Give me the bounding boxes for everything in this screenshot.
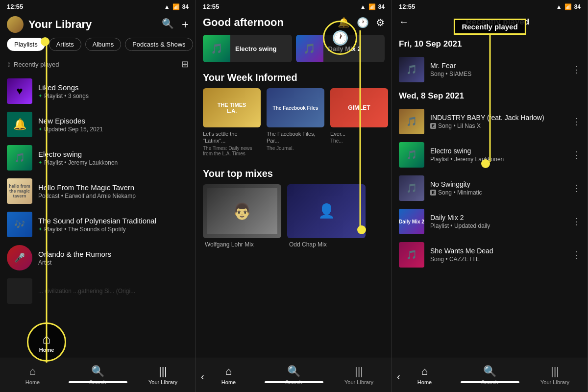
- nav-home-3[interactable]: ⌂ Home: [392, 361, 457, 389]
- date-header: Fri, 10 Sep 2021: [399, 34, 581, 53]
- list-item[interactable]: 🎶 The Sound of Polynesian Traditional ✦ …: [0, 208, 196, 241]
- quick-grid: 🎵 Electro swing 🎵 Daily Mix 2: [196, 35, 392, 67]
- list-item[interactable]: hello from the magic tavern Hello From T…: [0, 174, 196, 208]
- podcast-card[interactable]: THE TIMESL.A. Let's settle the "Latinx".…: [203, 88, 261, 156]
- mix-thumb-wolfgang: 👨: [203, 184, 281, 238]
- search-nav-icon-3: 🔍: [483, 365, 496, 378]
- spotify-dot: ✦: [38, 93, 42, 98]
- rp-item[interactable]: 🎵 INDUSTRY BABY (feat. Jack Harlow) E So…: [399, 105, 581, 138]
- nav-library-label-2: Your Library: [344, 379, 373, 385]
- item-name: Electro swing: [38, 150, 189, 158]
- filter-playlists[interactable]: Playlists: [7, 38, 45, 51]
- sort-row: ↕ Recently played ⊞: [0, 57, 196, 74]
- rp-item-sub: E Song • Minimatic: [430, 189, 566, 196]
- mix-card-wolfgang[interactable]: 👨 Wolfgang Lohr Mix: [203, 184, 281, 248]
- user-avatar[interactable]: [7, 16, 24, 33]
- list-item[interactable]: 🎵 Electro swing ✦ Playlist • Jeremy Lauk…: [0, 141, 196, 174]
- more-button[interactable]: ⋮: [572, 116, 581, 127]
- grid-icon[interactable]: ⊞: [181, 59, 189, 70]
- item-name: ... civilization ...gathering Si... (Ori…: [38, 288, 189, 294]
- status-bar-1: 12:55 ▲ 📶 84: [0, 0, 196, 12]
- item-name: Hello From The Magic Tavern: [38, 183, 189, 192]
- clock-annotation: 🕐: [323, 21, 357, 55]
- item-thumbnail: [7, 278, 32, 304]
- podcast-scroll: THE TIMESL.A. Let's settle the "Latinx".…: [196, 88, 392, 163]
- search-nav-icon-2: 🔍: [287, 365, 300, 378]
- nav-home-label-1: Home: [25, 379, 40, 385]
- settings-icon[interactable]: ⚙: [376, 17, 385, 28]
- nav-library-label-1: Your Library: [148, 379, 177, 385]
- section-mixes-title: Your top mixes: [196, 163, 392, 184]
- filter-albums[interactable]: Albums: [85, 38, 121, 51]
- rp-item[interactable]: 🎵 She Wants Me Dead Song • CAZZETTE ⋮: [399, 238, 581, 271]
- list-item[interactable]: ♥ Liked Songs ✦ Playlist • 3 songs: [0, 74, 196, 108]
- more-button[interactable]: ⋮: [572, 64, 581, 75]
- list-item[interactable]: 🔔 New Episodes ✦ Updated Sep 15, 2021: [0, 108, 196, 141]
- podcast-card[interactable]: GIMLET Ever... The...: [330, 88, 388, 156]
- podcast-title: The Facebook Files, Par...: [267, 130, 324, 145]
- rp-item-sub: Playlist • Updated daily: [430, 222, 566, 229]
- add-icon[interactable]: +: [182, 18, 189, 31]
- item-thumbnail: ♥: [7, 78, 32, 104]
- search-nav-icon-1: 🔍: [91, 365, 104, 378]
- item-sub: ✦ Playlist • 3 songs: [38, 93, 189, 99]
- rp-thumb: 🎵: [399, 109, 424, 134]
- mix-card-oddchap[interactable]: 👤 Odd Chap Mix: [287, 184, 366, 248]
- rp-item[interactable]: Daily Mix 2 Daily Mix 2 Playlist • Updat…: [399, 205, 581, 238]
- back-button[interactable]: ←: [399, 16, 409, 27]
- time-2: 12:55: [203, 3, 219, 10]
- item-thumbnail: 🎶: [7, 212, 32, 237]
- filter-artists[interactable]: Artists: [49, 38, 81, 51]
- list-item[interactable]: 🎤 Orlando & the Rumors Artist: [0, 241, 196, 274]
- home-header: Good afternoon 🔔 🕐 ⚙: [196, 12, 392, 35]
- back-chevron-3[interactable]: ‹: [397, 371, 400, 382]
- section-week-title: Your Week Informed: [196, 67, 392, 88]
- back-chevron-2[interactable]: ‹: [201, 371, 204, 382]
- sort-icon[interactable]: ↕: [7, 60, 11, 69]
- library-header: Your Library 🔍 +: [0, 12, 196, 38]
- rp-item-name: Electro swing: [430, 147, 566, 155]
- nav-library-1[interactable]: ||| Your Library: [130, 361, 196, 389]
- item-info: Liked Songs ✦ Playlist • 3 songs: [38, 83, 189, 99]
- nav-library-3[interactable]: ||| Your Library: [522, 361, 588, 389]
- podcast-thumb-fb: The Facebook Files: [267, 88, 324, 127]
- item-sub: Podcast • Earwolf and Arnie Niekamp: [38, 193, 189, 199]
- nav-search-3[interactable]: 🔍 Search: [457, 361, 522, 389]
- podcast-sub: The Times: Daily news from the L.A. Time…: [203, 146, 261, 156]
- podcast-title: Let's settle the "Latinx"...: [203, 130, 261, 145]
- history-icon[interactable]: 🕐: [357, 17, 369, 28]
- status-bar-3: 12:55 ▲ 📶 84: [392, 0, 588, 12]
- rp-item[interactable]: 🎵 No Swinggity E Song • Minimatic ⋮: [399, 172, 581, 205]
- more-button[interactable]: ⋮: [572, 216, 581, 227]
- search-icon[interactable]: 🔍: [162, 18, 174, 31]
- rp-item-name: She Wants Me Dead: [430, 247, 566, 255]
- rp-item[interactable]: 🎵 Mr. Fear Song • SIAMES ⋮: [399, 53, 581, 86]
- nav-home-2[interactable]: ⌂ Home: [196, 361, 261, 389]
- more-button[interactable]: ⋮: [572, 249, 581, 260]
- podcast-card[interactable]: The Facebook Files The Facebook Files, P…: [267, 88, 324, 156]
- status-icons-2: ▲ 📶 84: [360, 3, 385, 10]
- bottom-nav-1: ⌂ Home 🔍 Search ||| Your Library: [0, 358, 196, 392]
- explicit-badge: E: [430, 190, 436, 196]
- rp-item-sub: Song • CAZZETTE: [430, 256, 566, 263]
- mix-label-wolfgang: Wolfgang Lohr Mix: [203, 241, 281, 248]
- nav-home-1[interactable]: ⌂ Home: [0, 361, 65, 389]
- rp-item-name: INDUSTRY BABY (feat. Jack Harlow): [430, 114, 566, 122]
- status-icons-1: ▲ 📶 84: [164, 3, 189, 10]
- time-1: 12:55: [7, 3, 23, 10]
- podcast-thumb-ever: GIMLET: [330, 88, 388, 127]
- nav-search-2[interactable]: 🔍 Search: [261, 361, 326, 389]
- filter-podcasts[interactable]: Podcasts & Shows: [125, 38, 193, 51]
- mix-thumb-oddchap: 👤: [287, 184, 366, 238]
- nav-search-1[interactable]: 🔍 Search: [65, 361, 130, 389]
- rp-item[interactable]: 🎵 Electro swing Playlist • Jeremy Laukko…: [399, 138, 581, 172]
- bottom-nav-3: ⌂ Home 🔍 Search ||| Your Library: [392, 358, 588, 392]
- more-button[interactable]: ⋮: [572, 183, 581, 194]
- podcast-sub: The...: [330, 138, 388, 144]
- home-annotation-label: Home: [39, 347, 54, 353]
- item-thumbnail: hello from the magic tavern: [7, 178, 32, 204]
- quick-card-electro[interactable]: 🎵 Electro swing: [203, 35, 292, 62]
- rp-item-name: No Swinggity: [430, 180, 566, 188]
- more-button[interactable]: ⋮: [572, 149, 581, 160]
- nav-library-2[interactable]: ||| Your Library: [326, 361, 392, 389]
